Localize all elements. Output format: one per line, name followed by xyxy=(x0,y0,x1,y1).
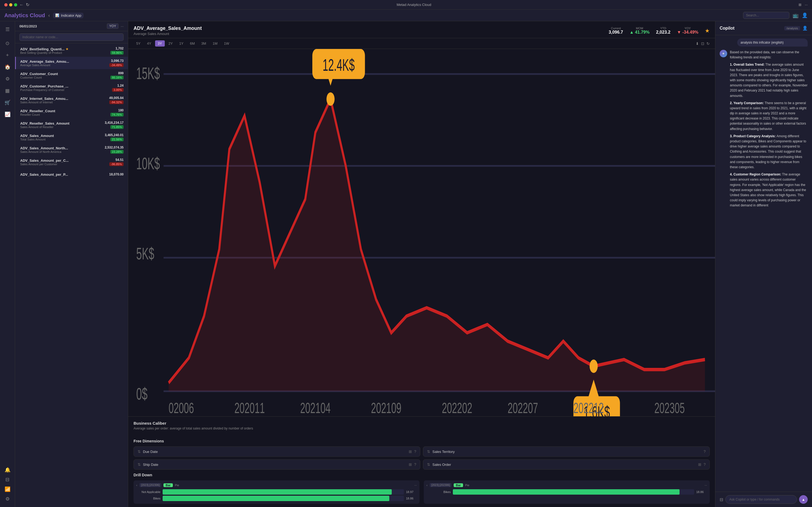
indicator-desc: Average Sales Amount xyxy=(20,63,76,67)
dimension-box[interactable]: ⇅ Due Date ⊞ ? xyxy=(133,446,420,457)
send-button[interactable]: ▲ xyxy=(799,495,808,504)
indicator-item[interactable]: ADV_Average_Sales_Amou... Average Sales … xyxy=(15,57,128,69)
window-btn[interactable]: ⊞ xyxy=(799,3,802,7)
indicator-item[interactable]: ADV_Sales_Amount_North... Sales Amount o… xyxy=(15,144,128,156)
time-tab-3m[interactable]: 3M xyxy=(199,40,209,47)
mini-chart-area xyxy=(78,96,100,104)
time-tab-4y[interactable]: 4Y xyxy=(144,40,154,47)
filter-icon[interactable]: ⊟ xyxy=(3,475,12,485)
minimize-dot[interactable] xyxy=(9,3,12,6)
main-chart-svg: 15K$ 10K$ 5K$ 0$ 12.4K$ xyxy=(128,49,715,416)
bell-icon[interactable]: 🔔 xyxy=(3,465,12,475)
dashboard-icon[interactable]: ▦ xyxy=(3,86,12,96)
drill-bar-track xyxy=(163,489,404,495)
more-options-btn[interactable]: ··· xyxy=(121,24,123,28)
back-button[interactable]: ← xyxy=(19,2,24,7)
info-icon[interactable]: ? xyxy=(414,449,416,454)
svg-text:10K$: 10K$ xyxy=(136,154,160,173)
close-dot[interactable] xyxy=(4,3,7,6)
dim-arrows-icon: ⇅ xyxy=(138,462,141,467)
indicator-item[interactable]: ADV_Reseller_Count Reseller Count 180 74… xyxy=(15,106,128,119)
global-search-input[interactable] xyxy=(743,12,790,19)
copy-icon[interactable]: ⊡ xyxy=(701,42,704,46)
mini-chart-area xyxy=(78,170,100,178)
maximize-dot[interactable] xyxy=(14,3,17,6)
chart-icon[interactable]: 📈 xyxy=(3,110,12,119)
home2-icon[interactable]: 🏠 xyxy=(3,62,12,72)
drill-tab-bar[interactable]: Bar xyxy=(454,483,463,487)
indicator-item[interactable]: ADV_BestSelling_Quanti...★ Best Selling … xyxy=(15,44,128,57)
indicator-search-input[interactable] xyxy=(19,34,123,41)
time-tab-1y[interactable]: 1Y xyxy=(177,40,186,47)
drill-prev-icon[interactable]: ‹ xyxy=(136,484,137,487)
drill-bar-area: Not Applicable 18.97 Bikes 18.86 xyxy=(136,489,417,501)
copilot-input[interactable] xyxy=(725,495,797,504)
info-icon[interactable]: ? xyxy=(704,449,706,454)
indicator-item[interactable]: ADV_Reseller_Sales_Amount Sales Amount o… xyxy=(15,119,128,131)
layout-icon[interactable]: ⊞ xyxy=(409,449,412,454)
mini-chart-area xyxy=(78,47,100,55)
indicator-item[interactable]: ADV_Customer_Purchase_... Purchase Frequ… xyxy=(15,81,128,94)
drill-down: Drill Down ‹ [2023].[202306] Bar Pie ···… xyxy=(128,469,715,507)
metric-ytd: YTD 2,023.2 xyxy=(656,26,670,35)
drill-tab-bar[interactable]: Bar xyxy=(163,483,173,487)
tv-icon[interactable]: 📺 xyxy=(793,12,799,18)
svg-text:12.4K$: 12.4K$ xyxy=(323,56,355,74)
time-tab-2y[interactable]: 2Y xyxy=(166,40,175,47)
time-tab-3y[interactable]: 3Y xyxy=(155,40,165,47)
indicator-name: ADV_Sales_Amount_per_C... xyxy=(20,159,76,163)
window-controls xyxy=(4,3,17,6)
indicator-item[interactable]: ADV_Sales_Amount_per_C... Sales Amount p… xyxy=(15,156,128,168)
dim-right: ? xyxy=(704,449,706,454)
info-icon[interactable]: ? xyxy=(414,462,416,467)
dim-label: Due Date xyxy=(143,450,158,454)
menu-icon[interactable]: ☰ xyxy=(3,24,12,34)
copilot-title: Copilot xyxy=(720,26,735,31)
wifi-icon[interactable]: 📶 xyxy=(3,485,12,494)
dimension-box[interactable]: ⇅ Sales Order ⊞ ? xyxy=(423,459,710,469)
more-btn[interactable]: ··· xyxy=(805,3,808,7)
dimension-box[interactable]: ⇅ Sales Territory ? xyxy=(423,446,710,457)
time-tab-6m[interactable]: 6M xyxy=(187,40,198,47)
indicator-desc: Purchase Frequency of Customer xyxy=(20,88,76,92)
drill-more-icon[interactable]: ··· xyxy=(414,484,417,487)
drill-more-icon[interactable]: ··· xyxy=(705,484,707,487)
indicator-item[interactable]: ADV_Customer_Count Customer Count 899 80… xyxy=(15,69,128,81)
layout-icon[interactable]: ⊞ xyxy=(698,462,701,467)
indicator-info: ADV_Sales_Amount_per_P... xyxy=(20,172,76,176)
info-icon[interactable]: ? xyxy=(704,462,706,467)
home-icon[interactable]: ⊙ xyxy=(3,39,12,48)
indicator-badge: 71.85% xyxy=(110,125,123,129)
refresh-button[interactable]: ↻ xyxy=(26,2,29,7)
title-bar-left: ← ↻ xyxy=(4,2,29,7)
free-dimensions-title: Free Dimensions xyxy=(133,439,710,443)
indicator-item[interactable]: ADV_Sales_Amount Total Sales Amount 3,46… xyxy=(15,131,128,144)
drill-prev-icon[interactable]: ‹ xyxy=(427,484,428,487)
cart-icon[interactable]: 🛒 xyxy=(3,98,12,107)
layout-icon[interactable]: ⊞ xyxy=(409,462,412,467)
indicator-value-area: 3,416,234.17 71.85% xyxy=(102,121,123,129)
drill-tab-pie[interactable]: Pie xyxy=(175,484,179,487)
settings-icon[interactable]: ⚙ xyxy=(3,74,12,84)
nav-back-icon[interactable]: ‹ xyxy=(48,13,50,18)
drill-bar-track xyxy=(163,496,404,501)
mini-chart-area xyxy=(78,59,100,67)
yoy-toggle[interactable]: YOY xyxy=(107,23,118,29)
dimension-grid: ⇅ Due Date ⊞ ? ⇅ Sales Territory ? ⇅ Shi… xyxy=(133,446,710,469)
indicator-item[interactable]: ADV_Internet_Sales_Amou... Sales Amount … xyxy=(15,94,128,106)
download-icon[interactable]: ⬇ xyxy=(696,42,699,46)
star-button[interactable]: ★ xyxy=(705,27,710,34)
indicator-value-area: 2,532,074.35 23.28% xyxy=(102,146,123,154)
drill-tab-pie[interactable]: Pie xyxy=(465,484,470,487)
breadcrumb-app[interactable]: 📊 Indicator App xyxy=(53,13,84,18)
time-tab-1m[interactable]: 1M xyxy=(210,40,220,47)
time-tab-1w[interactable]: 1W xyxy=(221,40,232,47)
refresh-chart-icon[interactable]: ↻ xyxy=(706,42,710,46)
plus-icon[interactable]: + xyxy=(3,50,12,60)
gear-icon[interactable]: ⚙ xyxy=(3,494,12,504)
time-tab-5y[interactable]: 5Y xyxy=(133,40,143,47)
dimension-box[interactable]: ⇅ Ship Date ⊞ ? xyxy=(133,459,420,469)
user-avatar[interactable]: 👤 xyxy=(802,12,808,18)
copilot-filter-icon[interactable]: ⊟ xyxy=(720,497,723,502)
indicator-item[interactable]: ADV_Sales_Amount_per_P... 18,070.00 xyxy=(15,168,128,181)
